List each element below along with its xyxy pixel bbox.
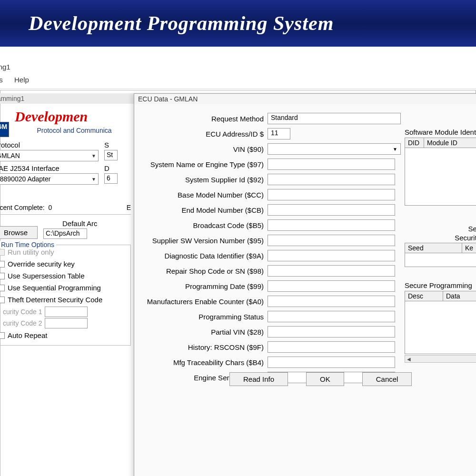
chevron-down-icon: ▼ [91,153,96,159]
security-sub: Security Al [405,234,476,242]
field-label: ECU Address/ID $ [140,130,268,138]
opt-sequential[interactable]: Use Sequential Programming [0,282,127,294]
form-row: Request MethodStandard [140,113,476,124]
field-label: Partial VIN ($28) [140,328,268,336]
banner: Development Programming System [0,0,476,47]
field-input[interactable] [268,174,395,185]
default-arch-label: Default Arc [43,219,97,228]
field-label: End Model Number ($CB) [140,206,268,214]
runtime-options-title: Run Time Options [0,241,56,248]
cancel-button[interactable]: Cancel [362,372,412,386]
scroll-left-icon[interactable]: ◀ [405,357,413,362]
interface-value: 88890020 Adapter [0,175,50,183]
side-s-label: S [104,141,118,149]
ecu-data-dialog: ECU Data - GMLAN Request MethodStandardE… [134,93,476,476]
ok-button[interactable]: OK [306,372,344,386]
secure-prog-title: Secure Programming [405,281,476,289]
browse-button[interactable]: Browse [0,226,38,239]
opt-theft-deterrent[interactable]: Theft Deterrent Security Code [0,294,127,306]
field-label: History: RSCOSN ($9F) [140,343,268,351]
field-label: Supplier SW Version Number ($95) [140,237,268,245]
protocol-value: GMLAN [0,152,20,159]
field-label: Diagnostic Data Identifier ($9A) [140,252,268,260]
security-col-key: Ke [462,243,476,253]
opt-supersession[interactable]: Use Supersession Table [0,270,127,282]
field-input[interactable] [268,204,395,216]
sec-code1-label: curity Code 1 [3,308,42,316]
menu-item-help[interactable]: Help [14,76,29,84]
security-col-seed: Seed [405,243,462,253]
field-input[interactable] [268,235,395,246]
field-label: Programming Date ($99) [140,282,268,290]
bg-window-title: ramming1 [0,93,134,104]
opt-auto-repeat[interactable]: Auto Repeat [0,329,127,341]
horizontal-scrollbar[interactable]: ◀ ▶ [405,355,476,363]
side-s-input[interactable]: St [104,150,118,160]
sec-code1-input[interactable] [45,307,88,317]
gm-logo-icon [0,122,9,137]
field-input[interactable]: Standard [268,113,401,124]
dialog-title: ECU Data - GMLAN [134,94,476,104]
module-col-id: Module ID [424,138,476,148]
field-input[interactable] [268,189,395,200]
checkbox-icon[interactable] [0,332,5,339]
side-e-label: E [127,204,131,211]
field-input[interactable] [268,159,395,170]
field-label: VIN ($90) [140,145,268,153]
security-title: Securi [405,225,476,233]
field-input[interactable] [268,357,395,368]
field-input[interactable] [268,326,395,337]
secure-prog-grid[interactable]: Desc Data [405,291,476,354]
field-input[interactable] [268,265,395,277]
field-label: Manufacturers Enable Counter ($A0) [140,298,268,306]
read-info-button[interactable]: Read Info [229,372,288,386]
security-grid[interactable]: Seed Ke [405,243,476,267]
side-d-label: D [104,164,118,172]
spacer [0,47,476,61]
chevron-down-icon: ▼ [91,177,96,182]
sub-heading: Protocol and Communica [0,125,134,141]
field-label: Repair Shop Code or SN ($98) [140,267,268,275]
field-input[interactable] [268,250,395,261]
field-label: System Supplier Id ($92) [140,176,268,184]
vin-combo[interactable]: ▼ [268,143,401,155]
field-label: Mfg Traceability Chars ($B4) [140,358,268,367]
sec-code2-input[interactable] [45,318,88,328]
field-input[interactable] [268,341,395,353]
field-input[interactable] [268,280,395,292]
menu-item-options[interactable]: ns [0,76,3,84]
app-title: amming1 [0,61,476,73]
field-label: System Name or Engine Type ($97) [140,160,268,169]
opt-override-security[interactable]: Override security key [0,258,127,270]
secure-col-desc: Desc [405,291,443,301]
field-input[interactable]: 11 [268,128,290,139]
field-label: Request Method [140,115,268,123]
archive-path-input[interactable]: C:\DpsArch [43,228,87,239]
dev-heading: Developmen [0,104,134,125]
checkbox-icon[interactable] [0,273,5,279]
interface-combo[interactable]: 88890020 Adapter ▼ [0,173,99,185]
side-panel: Software Module Identifie DID Module ID … [405,128,476,372]
background-window: ramming1 Developmen Protocol and Communi… [0,93,134,350]
field-input[interactable] [268,296,395,307]
runtime-options-group: Run Time Options Run utility only Overri… [0,245,131,346]
banner-title: Development Programming System [29,12,334,35]
content-area: ramming1 Developmen Protocol and Communi… [0,90,476,476]
menu-bar: ns Help [0,73,476,89]
chevron-down-icon: ▼ [393,147,397,152]
interface-label: SAE J2534 Interface [0,164,99,172]
checkbox-icon[interactable] [0,297,5,303]
module-grid[interactable]: DID Module ID [405,138,476,206]
field-input[interactable] [268,311,395,322]
checkbox-icon[interactable] [0,261,5,268]
checkbox-icon [0,249,5,256]
checkbox-icon[interactable] [0,285,5,291]
field-label: Broadcast Code ($B5) [140,221,268,229]
secure-col-data: Data [443,291,476,301]
side-d-input[interactable]: 6 [104,173,118,184]
protocol-label: Protocol [0,141,99,149]
protocol-combo[interactable]: GMLAN ▼ [0,150,99,161]
field-input[interactable] [268,219,395,231]
field-label: Programming Status [140,313,268,321]
module-title: Software Module Identifie [405,128,476,136]
